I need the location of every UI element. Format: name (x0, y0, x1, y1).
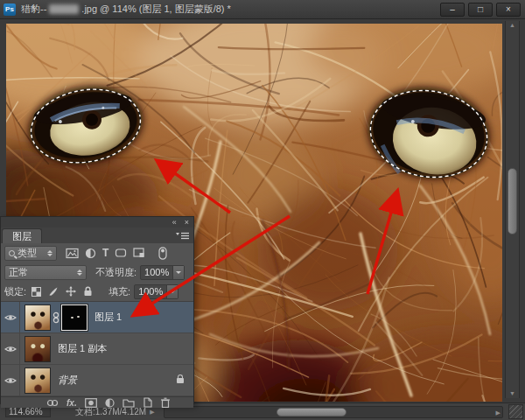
fill-label: 填充: (108, 285, 130, 298)
blend-row: 正常 不透明度: 100% (1, 262, 193, 282)
fill-dropdown-icon[interactable] (166, 285, 178, 298)
lock-buttons (32, 286, 93, 297)
horizontal-scrollbar[interactable]: ▶ (164, 406, 503, 418)
visibility-toggle[interactable] (1, 365, 20, 396)
combo-arrows-icon (47, 250, 52, 256)
search-icon (9, 250, 15, 256)
lock-transparency-icon[interactable] (32, 287, 41, 297)
add-mask-icon[interactable] (85, 398, 97, 408)
blurred-filename (49, 4, 79, 14)
filter-type-layers-icon[interactable]: T (102, 247, 108, 259)
panel-menu-icon[interactable] (176, 232, 190, 241)
maximize-button[interactable]: □ (468, 3, 493, 17)
eye-icon (4, 376, 17, 385)
layer-thumbnail[interactable] (24, 336, 51, 362)
panel-tab-bar: 图层 (1, 228, 193, 243)
layer-thumbnail[interactable] (24, 304, 51, 331)
vertical-scrollbar[interactable]: ▲ ▼ (505, 21, 520, 398)
fill-value[interactable]: 100% (135, 286, 166, 297)
title-bar[interactable]: Ps 猎豹-- .jpg @ 114% (图层 1, 图层蒙版/8) * – □… (0, 0, 525, 19)
filter-switch-icon[interactable] (158, 247, 167, 260)
opacity-dropdown-icon[interactable] (172, 266, 184, 279)
filter-type-combo[interactable]: 类型 (4, 246, 57, 261)
visibility-toggle[interactable] (1, 333, 20, 364)
collapse-panel-icon[interactable]: « (172, 218, 177, 227)
filter-row: 类型 T (1, 243, 193, 262)
opacity-label: 不透明度: (95, 266, 136, 279)
link-layers-icon[interactable] (46, 399, 59, 407)
panel-header-strip: « × (1, 217, 193, 228)
new-adjustment-layer-icon[interactable] (105, 398, 115, 408)
visibility-toggle[interactable] (1, 302, 20, 332)
layer-style-fx-icon[interactable]: fx. (66, 398, 77, 408)
document-title-name: 猎豹-- (21, 3, 46, 16)
lock-row: 锁定: 填充: 100% (1, 282, 193, 301)
filter-type-label: 类型 (18, 247, 37, 260)
background-lock-icon (177, 378, 184, 383)
eye-icon (4, 313, 17, 322)
lock-position-icon[interactable] (66, 286, 76, 297)
filter-pixel-layers-icon[interactable] (66, 248, 79, 259)
new-layer-icon[interactable] (143, 397, 152, 408)
lock-all-icon[interactable] (83, 286, 93, 297)
document-title: 猎豹-- .jpg @ 114% (图层 1, 图层蒙版/8) * (21, 3, 231, 16)
vertical-scrollbar-thumb[interactable] (508, 168, 517, 234)
fill-field[interactable]: 100% (134, 284, 178, 299)
scroll-right-icon[interactable]: ▶ (496, 410, 500, 416)
layer-name[interactable]: 图层 1 副本 (58, 342, 107, 355)
delete-layer-icon[interactable] (160, 397, 171, 408)
blend-mode-combo[interactable]: 正常 (4, 265, 87, 280)
layer-name[interactable]: 背景 (58, 374, 77, 387)
layers-panel: « × 图层 类型 T (0, 216, 194, 404)
combo-arrows-icon (77, 270, 82, 276)
layer-thumbnail[interactable] (24, 368, 51, 394)
lock-paint-icon[interactable] (48, 286, 59, 297)
filter-icon-buttons: T (66, 247, 167, 260)
minimize-button[interactable]: – (440, 3, 465, 17)
document-title-info: .jpg @ 114% (图层 1, 图层蒙版/8) * (81, 3, 231, 16)
lock-label: 锁定: (4, 285, 26, 298)
filter-adjustment-layers-icon[interactable] (85, 248, 96, 259)
scroll-up-icon[interactable]: ▲ (506, 21, 519, 30)
opacity-field[interactable]: 100% (140, 265, 185, 280)
layer-row-2[interactable]: 图层 1 副本 (1, 333, 193, 365)
window-resize-grip[interactable] (508, 404, 523, 419)
filter-smart-objects-icon[interactable] (133, 248, 145, 258)
photoshop-app-icon[interactable]: Ps (4, 4, 16, 16)
status-popup-arrow-icon[interactable]: ▶ (150, 409, 154, 416)
filter-shape-layers-icon[interactable] (115, 248, 127, 258)
eye-icon (4, 345, 17, 354)
horizontal-scrollbar-thumb[interactable] (276, 408, 346, 416)
close-button[interactable]: × (496, 3, 521, 17)
photoshop-window: Ps 猎豹-- .jpg @ 114% (图层 1, 图层蒙版/8) * – □… (0, 0, 525, 420)
close-panel-icon[interactable]: × (185, 218, 189, 227)
layer-row-background[interactable]: 背景 (1, 365, 193, 396)
layer-name[interactable]: 图层 1 (94, 311, 122, 324)
window-controls: – □ × (440, 3, 521, 17)
opacity-value[interactable]: 100% (141, 267, 172, 277)
scroll-down-icon[interactable]: ▼ (506, 389, 519, 398)
blend-mode-value: 正常 (9, 266, 28, 279)
mask-link-icon[interactable] (51, 312, 61, 324)
layer-mask-thumbnail[interactable] (61, 304, 88, 331)
layer-list: 图层 1 图层 1 副本 背景 (1, 301, 193, 396)
new-group-icon[interactable] (122, 398, 135, 408)
layer-row-1[interactable]: 图层 1 (1, 302, 193, 333)
tab-layers[interactable]: 图层 (2, 228, 42, 243)
panel-bottom-bar: fx. (1, 396, 193, 408)
